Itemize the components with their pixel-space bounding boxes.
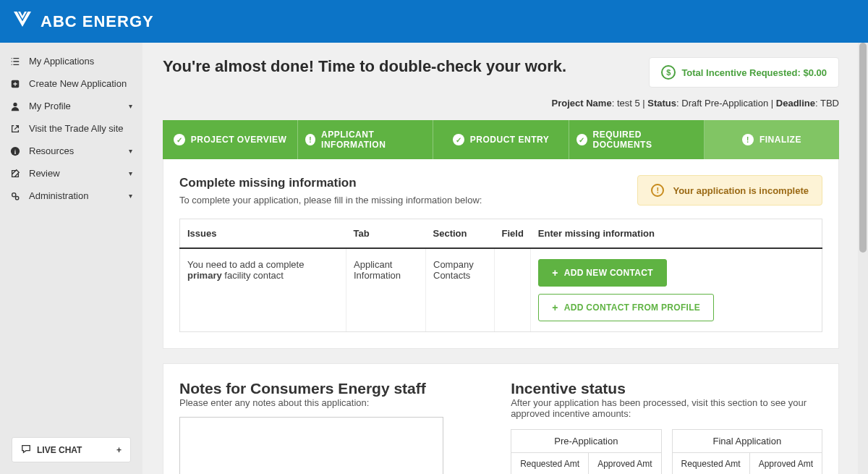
chevron-down-icon: ▾ [129, 169, 132, 177]
warning-icon: ! [651, 184, 664, 197]
chat-icon [21, 444, 31, 456]
add-new-contact-button[interactable]: +ADD NEW CONTACT [538, 259, 666, 287]
preapp-requested-label: Requested Amt [511, 453, 589, 474]
sidebar-item-label: Review [29, 168, 60, 179]
sidebar-item-label: Resources [29, 145, 74, 156]
sidebar-item-resources[interactable]: i Resources ▾ [0, 140, 142, 162]
finalapp-approved-label: Approved Amt [750, 453, 822, 474]
sidebar: My Applications Create New Application M… [0, 43, 142, 474]
field-cell [495, 248, 531, 332]
finalapp-requested-label: Requested Amt [673, 453, 750, 474]
col-section: Section [426, 219, 495, 249]
sidebar-item-label: My Profile [29, 101, 71, 111]
step-label: APPLICANT INFORMATION [321, 130, 425, 150]
step-required-documents[interactable]: ✓REQUIRED DOCUMENTS [569, 120, 705, 159]
total-incentive-badge: $ Total Incentive Requested: $0.00 [649, 57, 839, 88]
sidebar-item-my-profile[interactable]: My Profile ▾ [0, 95, 142, 117]
sidebar-item-label: Create New Application [29, 78, 127, 89]
warning-text: Your application is incomplete [673, 185, 809, 196]
tab-cell: Applicant Information [346, 248, 426, 332]
scrollbar-track[interactable] [858, 43, 868, 474]
step-label: PRODUCT ENTRY [470, 135, 549, 145]
cogs-icon [10, 191, 20, 201]
notes-textarea[interactable] [179, 417, 443, 474]
sidebar-item-label: Administration [29, 190, 88, 201]
sidebar-item-label: Visit the Trade Ally site [29, 123, 124, 134]
notes-panel: Notes for Consumers Energy staff Please … [163, 364, 495, 474]
col-tab: Tab [346, 219, 426, 249]
sidebar-item-create-application[interactable]: Create New Application [0, 72, 142, 95]
col-enter: Enter missing information [531, 219, 822, 249]
page-title: You're almost done! Time to double-check… [163, 57, 566, 76]
live-chat-label: LIVE CHAT [37, 445, 82, 455]
incomplete-warning-banner: ! Your application is incomplete [637, 175, 822, 206]
table-row: You need to add a complete primary facil… [180, 248, 822, 332]
incentive-value: $0.00 [803, 67, 827, 78]
sidebar-item-label: My Applications [29, 56, 94, 67]
svg-point-1 [13, 102, 17, 106]
section-cell: Company Contacts [426, 248, 495, 332]
step-label: REQUIRED DOCUMENTS [593, 130, 697, 150]
sidebar-item-review[interactable]: Review ▾ [0, 162, 142, 185]
chevron-down-icon: ▾ [129, 192, 132, 200]
incentive-status-panel: Incentive status After your application … [495, 364, 838, 474]
scrollbar-thumb[interactable] [859, 43, 867, 253]
incentive-subtitle: After your application has been processe… [511, 397, 822, 419]
preapp-header: Pre-Application [511, 430, 660, 453]
main-content: You're almost done! Time to double-check… [142, 43, 868, 474]
action-cell: +ADD NEW CONTACT +ADD CONTACT FROM PROFI… [531, 248, 822, 332]
incentive-label: Total Incentive Requested: [681, 67, 803, 78]
sidebar-item-administration[interactable]: Administration ▾ [0, 185, 142, 207]
finalapp-header: Final Application [673, 430, 822, 453]
col-issues: Issues [180, 219, 346, 249]
missing-info-subtitle: To complete your application, please fil… [179, 195, 616, 206]
step-product-entry[interactable]: ✓PRODUCT ENTRY [433, 120, 569, 159]
live-chat-button[interactable]: LIVE CHAT + [12, 437, 131, 462]
add-contact-from-profile-button[interactable]: +ADD CONTACT FROM PROFILE [538, 294, 714, 321]
top-bar: ABC ENERGY [0, 0, 868, 43]
bottom-panels: Notes for Consumers Energy staff Please … [163, 363, 839, 474]
plus-icon: + [552, 267, 558, 279]
external-link-icon [10, 124, 20, 134]
logo-icon [12, 9, 33, 33]
check-icon: ✓ [174, 134, 185, 145]
plus-square-icon [10, 79, 20, 89]
step-label: FINALIZE [760, 135, 801, 145]
warning-icon: ! [305, 134, 315, 145]
list-icon [10, 56, 20, 67]
check-icon: ✓ [453, 134, 464, 145]
warning-icon: ! [742, 134, 754, 145]
svg-point-5 [15, 196, 18, 199]
svg-point-4 [12, 192, 16, 196]
preapp-table: Pre-Application Requested Amt Approved A… [511, 429, 661, 474]
step-project-overview[interactable]: ✓PROJECT OVERVIEW [163, 120, 298, 159]
missing-info-title: Complete missing information [179, 176, 616, 190]
brand-name: ABC ENERGY [41, 12, 154, 31]
step-label: PROJECT OVERVIEW [191, 135, 286, 145]
notes-title: Notes for Consumers Energy staff [179, 380, 479, 397]
plus-icon: + [116, 445, 122, 455]
sidebar-item-trade-ally[interactable]: Visit the Trade Ally site [0, 117, 142, 140]
notes-subtitle: Please enter any notes about this applic… [179, 397, 479, 408]
wizard-steps: ✓PROJECT OVERVIEW !APPLICANT INFORMATION… [163, 120, 839, 159]
brand-logo: ABC ENERGY [12, 9, 154, 33]
finalapp-table: Final Application Requested Amt Approved… [672, 429, 822, 474]
sidebar-item-my-applications[interactable]: My Applications [0, 50, 142, 72]
issue-cell: You need to add a complete primary facil… [180, 248, 346, 332]
preapp-approved-label: Approved Amt [589, 453, 660, 474]
chevron-down-icon: ▾ [129, 147, 132, 155]
missing-info-panel: Complete missing information To complete… [163, 159, 839, 349]
user-icon [10, 101, 20, 111]
step-applicant-information[interactable]: !APPLICANT INFORMATION [298, 120, 433, 159]
check-icon: ✓ [576, 134, 587, 145]
col-field: Field [495, 219, 531, 249]
info-icon: i [10, 146, 20, 156]
chevron-down-icon: ▾ [129, 102, 132, 110]
edit-icon [10, 169, 20, 179]
incentive-title: Incentive status [511, 380, 822, 397]
step-finalize[interactable]: !FINALIZE [705, 120, 839, 159]
project-meta: Project Name: test 5 | Status: Draft Pre… [163, 98, 839, 109]
plus-icon: + [552, 302, 558, 313]
dollar-icon: $ [661, 65, 676, 80]
issues-table: Issues Tab Section Field Enter missing i… [179, 219, 822, 332]
